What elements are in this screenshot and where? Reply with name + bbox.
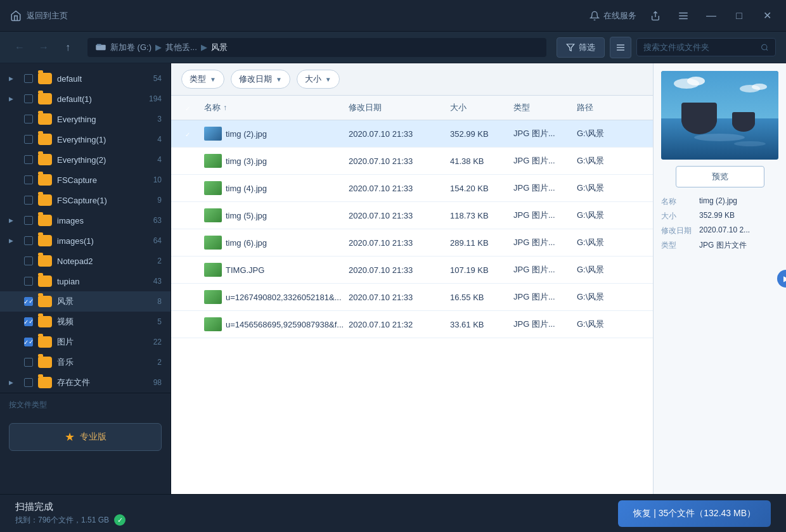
- sidebar-checkbox-13[interactable]: ✓: [24, 338, 33, 346]
- filter-type[interactable]: 类型 ▼: [181, 70, 224, 89]
- file-thumb-5: [204, 263, 222, 277]
- file-thumb-0: [204, 127, 222, 141]
- pro-button[interactable]: ★专业版: [9, 423, 162, 451]
- home-button[interactable]: 返回到主页: [10, 10, 68, 22]
- sidebar-checkbox-7[interactable]: [24, 216, 33, 225]
- sidebar-checkbox-3[interactable]: [24, 135, 33, 144]
- breadcrumb-drive[interactable]: 新加卷 (G:): [110, 42, 151, 53]
- svg-marker-5: [567, 44, 574, 51]
- up-button[interactable]: ↑: [58, 38, 77, 57]
- sidebar-checkbox-11[interactable]: ✓: [24, 297, 33, 306]
- svg-rect-16: [732, 112, 755, 125]
- row-checkbox-2[interactable]: ✓: [176, 175, 199, 201]
- sidebar-item-11[interactable]: ✓风景8: [0, 291, 171, 312]
- row-size-7: 33.61 KB: [445, 311, 508, 338]
- sidebar-item-2[interactable]: Everything3: [0, 109, 171, 129]
- sidebar-item-8[interactable]: ▶images(1)64: [0, 231, 171, 251]
- filter-size[interactable]: 大小 ▼: [297, 70, 340, 89]
- file-thumb-3: [204, 208, 222, 222]
- sidebar-item-name-11: 风景: [57, 296, 141, 307]
- sidebar-item-12[interactable]: ✓视频5: [0, 312, 171, 332]
- header-type[interactable]: 类型: [508, 96, 572, 120]
- search-input[interactable]: [643, 42, 756, 52]
- sidebar-item-6[interactable]: FSCapture(1)9: [0, 190, 171, 210]
- sidebar-checkbox-12[interactable]: ✓: [24, 317, 33, 326]
- share-button[interactable]: [647, 7, 664, 25]
- sidebar-item-count-3: 4: [146, 135, 162, 144]
- sidebar-checkbox-14[interactable]: [24, 358, 33, 367]
- table-row[interactable]: ✓u=1456568695,9259087938&f...2020.07.10 …: [171, 311, 653, 338]
- row-type-4: JPG 图片...: [508, 229, 572, 256]
- row-checkbox-7[interactable]: ✓: [176, 311, 199, 338]
- filter-date[interactable]: 修改日期 ▼: [231, 70, 290, 89]
- sidebar-checkbox-8[interactable]: [24, 236, 33, 245]
- sidebar-item-10[interactable]: tupian43: [0, 271, 171, 291]
- row-checkbox-3[interactable]: ✓: [176, 202, 199, 229]
- pro-label: 专业版: [80, 431, 106, 443]
- minimize-button[interactable]: —: [702, 7, 720, 25]
- menu-button[interactable]: [674, 7, 692, 25]
- table-row[interactable]: ✓u=1267490802,3326052181&...2020.07.10 2…: [171, 284, 653, 311]
- header-checkbox[interactable]: ✓: [176, 96, 199, 120]
- preview-file-name: timg (2).jpg: [699, 196, 778, 207]
- sidebar-item-7[interactable]: ▶images63: [0, 210, 171, 231]
- sidebar-item-name-12: 视频: [57, 316, 141, 327]
- sidebar-checkbox-15[interactable]: [24, 378, 33, 387]
- play-button[interactable]: ▶: [777, 270, 786, 288]
- back-button[interactable]: ←: [10, 38, 29, 57]
- header-path[interactable]: 路径: [572, 96, 648, 120]
- table-row[interactable]: ✓timg (6).jpg2020.07.10 21:33289.11 KBJP…: [171, 229, 653, 256]
- filter-button[interactable]: 筛选: [557, 37, 605, 58]
- table-row[interactable]: ✓TIMG.JPG2020.07.10 21:33107.19 KBJPG 图片…: [171, 256, 653, 284]
- sidebar-item-3[interactable]: Everything(1)4: [0, 129, 171, 149]
- table-row[interactable]: ✓timg (4).jpg2020.07.10 21:33154.20 KBJP…: [171, 175, 653, 202]
- table-row[interactable]: ✓timg (3).jpg2020.07.10 21:3341.38 KBJPG…: [171, 148, 653, 175]
- preview-file-type: JPG 图片文件: [699, 240, 778, 251]
- sidebar-item-count-5: 10: [146, 175, 162, 184]
- row-size-0: 352.99 KB: [445, 120, 508, 147]
- row-type-1: JPG 图片...: [508, 148, 572, 174]
- sidebar-item-5[interactable]: FSCapture10: [0, 170, 171, 190]
- sidebar-item-15[interactable]: ▶存在文件98: [0, 372, 171, 393]
- sidebar-item-13[interactable]: ✓图片22: [0, 332, 171, 352]
- folder-icon-5: [38, 174, 52, 186]
- sidebar-item-9[interactable]: Notepad22: [0, 251, 171, 271]
- sidebar-checkbox-5[interactable]: [24, 175, 33, 184]
- breadcrumb-folder1[interactable]: 其他丢...: [165, 42, 197, 53]
- row-checkbox-1[interactable]: ✓: [176, 148, 199, 174]
- row-checkbox-5[interactable]: ✓: [176, 256, 199, 283]
- sidebar-footer[interactable]: 按文件类型: [0, 393, 171, 417]
- sidebar-checkbox-1[interactable]: [24, 94, 33, 103]
- header-date[interactable]: 修改日期: [344, 96, 445, 120]
- sidebar-checkbox-0[interactable]: [24, 74, 33, 83]
- forward-button[interactable]: →: [34, 38, 53, 57]
- sidebar-item-name-0: default: [57, 74, 141, 84]
- preview-button[interactable]: 预览: [676, 166, 764, 187]
- table-row[interactable]: ✓timg (5).jpg2020.07.10 21:33118.73 KBJP…: [171, 202, 653, 229]
- sidebar-checkbox-2[interactable]: [24, 115, 33, 124]
- sidebar-item-0[interactable]: ▶default54: [0, 68, 171, 89]
- sidebar-checkbox-4[interactable]: [24, 155, 33, 164]
- sidebar-item-1[interactable]: ▶default(1)194: [0, 89, 171, 109]
- row-path-1: G:\风景: [572, 148, 648, 174]
- view-button[interactable]: [610, 37, 631, 58]
- breadcrumb-current[interactable]: 风景: [211, 42, 228, 53]
- header-size[interactable]: 大小: [445, 96, 508, 120]
- title-bar: 返回到主页 在线服务 — □ ✕: [0, 0, 786, 32]
- sidebar-checkbox-9[interactable]: [24, 256, 33, 265]
- close-button[interactable]: ✕: [758, 7, 776, 25]
- row-checkbox-0[interactable]: ✓: [176, 120, 199, 147]
- sidebar-item-name-1: default(1): [57, 94, 141, 104]
- sidebar-checkbox-10[interactable]: [24, 277, 33, 286]
- header-name[interactable]: 名称 ↑: [199, 96, 344, 120]
- sidebar-item-4[interactable]: Everything(2)4: [0, 149, 171, 170]
- online-service-button[interactable]: 在线服务: [590, 10, 636, 22]
- table-row[interactable]: ✓timg (2).jpg2020.07.10 21:33352.99 KBJP…: [171, 120, 653, 148]
- sidebar-checkbox-6[interactable]: [24, 196, 33, 205]
- restore-button[interactable]: 恢复 | 35个文件（132.43 MB）: [618, 500, 771, 527]
- sidebar-item-14[interactable]: 音乐2: [0, 352, 171, 372]
- maximize-button[interactable]: □: [730, 7, 748, 25]
- sidebar-item-count-15: 98: [146, 378, 162, 387]
- row-checkbox-4[interactable]: ✓: [176, 229, 199, 256]
- row-checkbox-6[interactable]: ✓: [176, 284, 199, 310]
